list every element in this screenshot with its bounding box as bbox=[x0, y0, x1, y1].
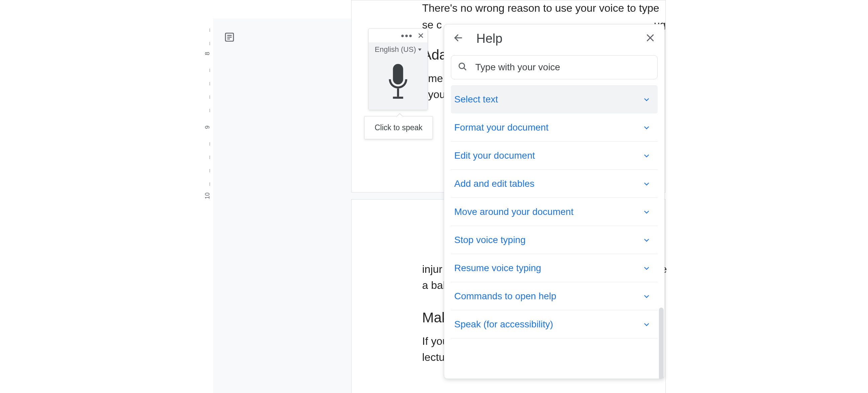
help-panel: Help Select textFormat your documentEdit… bbox=[444, 24, 664, 379]
help-topic-label: Commands to open help bbox=[454, 291, 556, 302]
help-topic-label: Stop voice typing bbox=[454, 235, 525, 245]
help-close-button[interactable] bbox=[643, 31, 658, 46]
help-topic-label: Move around your document bbox=[454, 206, 573, 217]
vertical-ruler: 8 9 10 bbox=[206, 19, 213, 393]
voice-language-label: English (US) bbox=[375, 45, 416, 54]
svg-line-10 bbox=[464, 68, 466, 70]
help-topic-item[interactable]: Select text bbox=[451, 85, 658, 113]
help-topic-label: Resume voice typing bbox=[454, 263, 541, 274]
help-topic-list[interactable]: Select textFormat your documentEdit your… bbox=[444, 85, 664, 378]
chevron-down-icon bbox=[643, 180, 650, 188]
chevron-down-icon bbox=[643, 264, 650, 272]
help-search-input[interactable] bbox=[475, 62, 651, 73]
svg-point-9 bbox=[459, 63, 465, 68]
help-topic-label: Select text bbox=[454, 94, 498, 105]
voice-mic-button[interactable] bbox=[369, 56, 428, 110]
help-topic-label: Speak (for accessibility) bbox=[454, 319, 553, 330]
chevron-down-icon bbox=[643, 292, 650, 300]
ruler-mark: 9 bbox=[204, 125, 211, 129]
help-topic-item[interactable]: Add and edit tables bbox=[451, 170, 658, 198]
voice-language-selector[interactable]: English (US) bbox=[369, 43, 428, 56]
help-topic-item[interactable]: Edit your document bbox=[451, 142, 658, 170]
scrollbar-thumb[interactable] bbox=[659, 308, 663, 379]
close-icon[interactable]: ✕ bbox=[417, 31, 424, 40]
chevron-down-icon bbox=[643, 152, 650, 159]
close-icon bbox=[645, 33, 655, 44]
arrow-left-icon bbox=[453, 33, 463, 44]
help-topic-label: Edit your document bbox=[454, 150, 535, 161]
help-topic-item[interactable]: Move around your document bbox=[451, 198, 658, 226]
help-back-button[interactable] bbox=[451, 31, 466, 46]
voice-tooltip: Click to speak bbox=[364, 116, 433, 139]
outline-icon bbox=[224, 32, 235, 44]
search-icon bbox=[458, 62, 467, 73]
help-topic-item[interactable]: Resume voice typing bbox=[451, 254, 658, 282]
document-outline-button[interactable] bbox=[223, 32, 236, 44]
chevron-down-icon bbox=[643, 208, 650, 216]
more-icon[interactable]: ••• bbox=[401, 34, 413, 37]
ruler-mark: 8 bbox=[204, 52, 211, 55]
chevron-down-icon bbox=[643, 236, 650, 244]
chevron-down-icon bbox=[643, 96, 650, 103]
dropdown-triangle-icon bbox=[418, 49, 422, 51]
help-topic-label: Add and edit tables bbox=[454, 178, 534, 189]
microphone-icon bbox=[385, 64, 411, 102]
voice-widget-header: ••• ✕ bbox=[369, 29, 428, 43]
voice-typing-widget[interactable]: ••• ✕ English (US) bbox=[368, 28, 428, 110]
help-topic-item[interactable]: Format your document bbox=[451, 113, 658, 142]
help-topic-item[interactable]: Stop voice typing bbox=[451, 226, 658, 254]
voice-tooltip-text: Click to speak bbox=[375, 123, 423, 132]
doc-body-text: There's no wrong reason to use your voic… bbox=[422, 0, 676, 16]
help-title: Help bbox=[476, 31, 643, 46]
chevron-down-icon bbox=[643, 124, 650, 131]
svg-rect-5 bbox=[393, 97, 403, 99]
help-topic-item[interactable]: Commands to open help bbox=[451, 282, 658, 310]
chevron-down-icon bbox=[643, 321, 650, 328]
help-search-box[interactable] bbox=[451, 55, 658, 79]
svg-rect-4 bbox=[397, 88, 399, 96]
help-topic-item[interactable]: Speak (for accessibility) bbox=[451, 310, 658, 338]
help-topic-label: Format your document bbox=[454, 122, 549, 133]
ruler-mark: 10 bbox=[204, 193, 211, 199]
